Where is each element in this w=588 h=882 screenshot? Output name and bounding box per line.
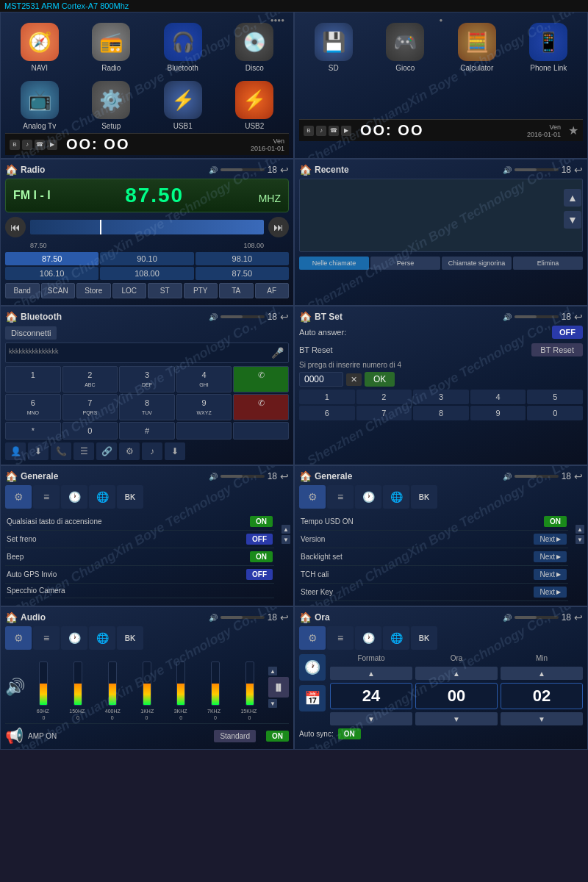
ora-clock-icon[interactable]: 🕐 <box>299 654 326 681</box>
vol-slider-genr[interactable] <box>514 475 559 478</box>
gen-toggle-0[interactable]: ON <box>250 516 273 527</box>
freq-btn-2[interactable]: 98.10 <box>196 252 289 265</box>
scroll-up-genl[interactable]: ▲ <box>282 525 290 534</box>
next-btn-tch[interactable]: Next <box>534 569 567 580</box>
btset-num-1[interactable]: 1 <box>299 390 355 404</box>
back-icon-r[interactable]: ↩ <box>574 164 583 176</box>
ora-tab-2[interactable]: 🕐 <box>355 626 381 650</box>
prev-btn[interactable]: ⏮ <box>5 217 26 237</box>
formato-up[interactable]: ▲ <box>330 667 412 680</box>
back-icon-ora[interactable]: ↩ <box>574 612 583 623</box>
vol-icon[interactable]: 🔊 <box>209 166 218 174</box>
back-icon-audio[interactable]: ↩ <box>280 612 289 623</box>
next-btn-backlight[interactable]: Next <box>534 551 567 562</box>
bt-download-icon[interactable]: ⬇ <box>28 442 49 460</box>
eq-bar-400hz[interactable] <box>108 662 117 706</box>
eq-bar-15khz[interactable] <box>245 662 254 706</box>
amp-toggle[interactable]: ON <box>266 731 289 742</box>
vol-icon-ora[interactable]: 🔊 <box>503 614 512 622</box>
vol-slider[interactable] <box>220 168 265 171</box>
btset-num-0[interactable]: 0 <box>527 406 583 420</box>
freq-btn-3[interactable]: 106.10 <box>5 267 98 280</box>
gen-tab-r0[interactable]: ⚙ <box>299 485 326 509</box>
eq-bar-1khz[interactable] <box>143 662 151 706</box>
ctrl-pty[interactable]: PTY <box>184 283 218 298</box>
eq-bar-7khz[interactable] <box>211 662 220 706</box>
app-radio[interactable]: 📻 Radio <box>77 20 146 75</box>
pin-clear-btn[interactable]: ✕ <box>346 373 362 386</box>
btset-num-9[interactable]: 9 <box>470 406 526 420</box>
tab-perse[interactable]: Perse <box>370 257 440 270</box>
audio-tab-0[interactable]: ⚙ <box>5 626 32 650</box>
ctrl-band[interactable]: Band <box>5 283 40 298</box>
home-icon-r[interactable]: 🏠 <box>299 164 312 176</box>
min-down[interactable]: ▼ <box>501 712 583 725</box>
home-icon-btset[interactable]: 🏠 <box>299 311 312 323</box>
app-setup[interactable]: ⚙️ Setup <box>77 78 146 133</box>
scroll-down-genl[interactable]: ▼ <box>282 535 290 544</box>
ctrl-st[interactable]: ST <box>148 283 182 298</box>
next-btn-steer[interactable]: Next <box>534 587 567 598</box>
back-icon-genl[interactable]: ↩ <box>280 470 289 482</box>
gen-tab-r2[interactable]: 🕐 <box>355 485 381 509</box>
ctrl-loc[interactable]: LOC <box>112 283 147 298</box>
home-icon-genr[interactable]: 🏠 <box>299 470 312 482</box>
scroll-up[interactable]: ▲ <box>564 189 581 207</box>
btset-num-6[interactable]: 6 <box>299 406 355 420</box>
gen-tab-bk[interactable]: BK <box>117 485 143 509</box>
formato-down[interactable]: ▼ <box>330 712 412 725</box>
vol-slider-bt[interactable] <box>220 315 265 318</box>
gen-toggle-2[interactable]: ON <box>250 551 273 562</box>
ora-tab-1[interactable]: ≡ <box>327 626 354 650</box>
btset-num-2[interactable]: 2 <box>356 390 412 404</box>
freq-btn-1[interactable]: 90.10 <box>100 252 193 265</box>
back-icon-btset[interactable]: ↩ <box>574 311 583 323</box>
vol-slider-btset[interactable] <box>514 315 559 318</box>
scroll-up-genr[interactable]: ▲ <box>576 525 584 534</box>
scroll-down-genr[interactable]: ▼ <box>576 535 584 544</box>
audio-tab-2[interactable]: 🕐 <box>61 626 87 650</box>
autosync-toggle[interactable]: ON <box>338 728 361 739</box>
numpad-0[interactable]: 0 <box>62 422 118 440</box>
app-navi[interactable]: 🧭 NAVI <box>5 20 74 75</box>
gen-tab-1[interactable]: ≡ <box>33 485 60 509</box>
tab-nelle-chiamate[interactable]: Nelle chiamate <box>299 257 369 270</box>
tab-elimina[interactable]: Elimina <box>513 257 583 270</box>
gen-tab-2[interactable]: 🕐 <box>61 485 87 509</box>
ctrl-scan[interactable]: SCAN <box>41 283 76 298</box>
back-icon[interactable]: ↩ <box>280 164 289 176</box>
bt-phone-icon[interactable]: 📞 <box>51 442 71 460</box>
audio-tab-1[interactable]: ≡ <box>33 626 60 650</box>
home-icon-ora[interactable]: 🏠 <box>299 612 312 623</box>
vol-slider-ora[interactable] <box>514 616 559 619</box>
gen-tab-3[interactable]: 🌐 <box>89 485 115 509</box>
btset-num-3[interactable]: 3 <box>413 390 469 404</box>
app-analogtv[interactable]: 📺 Analog Tv <box>5 78 74 133</box>
eq-bar-60hz[interactable] <box>39 662 48 706</box>
ora-calendar-icon[interactable]: 📅 <box>299 685 326 711</box>
standard-btn[interactable]: Standard <box>214 730 256 742</box>
app-usb2[interactable]: ⚡ USB2 <box>220 78 290 133</box>
numpad-hash[interactable]: # <box>119 422 175 440</box>
app-gioco[interactable]: 🎮 Gioco <box>371 20 440 75</box>
vol-slider-genl[interactable] <box>220 475 265 478</box>
audio-tab-bk[interactable]: BK <box>117 626 143 650</box>
min-up[interactable]: ▲ <box>501 667 583 680</box>
app-disco[interactable]: 💿 Disco <box>220 20 290 75</box>
app-calculator[interactable]: 🧮 Calculator <box>442 20 512 75</box>
btset-num-5[interactable]: 5 <box>527 390 583 404</box>
numpad-1[interactable]: 1 <box>5 366 61 392</box>
ok-btn[interactable]: OK <box>365 372 395 387</box>
vol-icon-bt[interactable]: 🔊 <box>209 313 218 321</box>
vol-slider-audio[interactable] <box>220 616 265 619</box>
auto-answer-toggle[interactable]: OFF <box>552 326 583 339</box>
next-btn[interactable]: ⏭ <box>268 217 289 237</box>
eq-handle[interactable]: ▐▌ <box>268 677 289 698</box>
numpad-4[interactable]: 4GHI <box>176 366 232 392</box>
gen-tab-r3[interactable]: 🌐 <box>383 485 409 509</box>
audio-tab-3[interactable]: 🌐 <box>89 626 115 650</box>
bt-contacts-icon[interactable]: 👤 <box>5 442 26 460</box>
bt-settings-icon[interactable]: ⚙ <box>119 442 140 460</box>
freq-btn-0[interactable]: 87.50 <box>5 252 98 265</box>
vol-icon-btset[interactable]: 🔊 <box>503 313 512 321</box>
